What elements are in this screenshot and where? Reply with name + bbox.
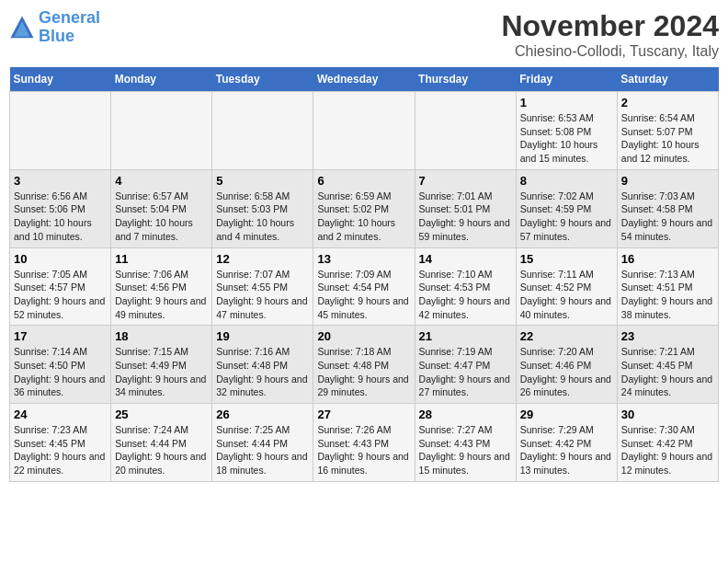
calendar-cell: 13Sunrise: 7:09 AM Sunset: 4:54 PM Dayli… — [313, 247, 415, 326]
day-info: Sunrise: 7:25 AM Sunset: 4:44 PM Dayligh… — [216, 423, 309, 477]
calendar-cell: 24Sunrise: 7:23 AM Sunset: 4:45 PM Dayli… — [10, 404, 111, 482]
day-info: Sunrise: 7:11 AM Sunset: 4:52 PM Dayligh… — [520, 268, 613, 322]
day-number: 5 — [216, 174, 309, 188]
day-number: 9 — [621, 174, 714, 188]
day-number: 22 — [520, 329, 613, 343]
calendar-cell: 23Sunrise: 7:21 AM Sunset: 4:45 PM Dayli… — [617, 326, 718, 404]
calendar-cell: 11Sunrise: 7:06 AM Sunset: 4:56 PM Dayli… — [111, 247, 212, 326]
day-info: Sunrise: 7:05 AM Sunset: 4:57 PM Dayligh… — [14, 268, 107, 322]
day-info: Sunrise: 7:14 AM Sunset: 4:50 PM Dayligh… — [14, 345, 107, 399]
calendar-week-row: 1Sunrise: 6:53 AM Sunset: 5:08 PM Daylig… — [10, 92, 719, 170]
header-day-sunday: Sunday — [10, 67, 111, 92]
day-info: Sunrise: 7:16 AM Sunset: 4:48 PM Dayligh… — [216, 345, 309, 399]
day-number: 13 — [317, 252, 410, 266]
logo-line1: General — [39, 8, 100, 27]
calendar-cell — [313, 92, 415, 170]
calendar-cell: 14Sunrise: 7:10 AM Sunset: 4:53 PM Dayli… — [415, 247, 516, 326]
calendar-cell: 18Sunrise: 7:15 AM Sunset: 4:49 PM Dayli… — [111, 326, 212, 404]
day-info: Sunrise: 7:15 AM Sunset: 4:49 PM Dayligh… — [115, 345, 208, 399]
header-day-monday: Monday — [111, 67, 212, 92]
day-info: Sunrise: 7:10 AM Sunset: 4:53 PM Dayligh… — [419, 268, 512, 322]
day-info: Sunrise: 7:03 AM Sunset: 4:58 PM Dayligh… — [621, 190, 714, 244]
calendar-cell: 30Sunrise: 7:30 AM Sunset: 4:42 PM Dayli… — [617, 404, 718, 482]
calendar-week-row: 17Sunrise: 7:14 AM Sunset: 4:50 PM Dayli… — [10, 326, 719, 404]
day-info: Sunrise: 7:21 AM Sunset: 4:45 PM Dayligh… — [621, 345, 714, 399]
day-number: 2 — [621, 96, 714, 109]
calendar-cell: 7Sunrise: 7:01 AM Sunset: 5:01 PM Daylig… — [415, 169, 516, 247]
calendar-week-row: 3Sunrise: 6:56 AM Sunset: 5:06 PM Daylig… — [10, 169, 719, 247]
day-info: Sunrise: 6:58 AM Sunset: 5:03 PM Dayligh… — [216, 190, 309, 244]
calendar-cell: 25Sunrise: 7:24 AM Sunset: 4:44 PM Dayli… — [111, 404, 212, 482]
day-number: 14 — [419, 252, 512, 266]
day-info: Sunrise: 7:24 AM Sunset: 4:44 PM Dayligh… — [115, 423, 208, 477]
calendar-cell: 27Sunrise: 7:26 AM Sunset: 4:43 PM Dayli… — [313, 404, 415, 482]
day-info: Sunrise: 7:29 AM Sunset: 4:42 PM Dayligh… — [520, 423, 613, 477]
calendar-cell: 29Sunrise: 7:29 AM Sunset: 4:42 PM Dayli… — [516, 404, 617, 482]
day-info: Sunrise: 7:23 AM Sunset: 4:45 PM Dayligh… — [14, 423, 107, 477]
calendar-table: SundayMondayTuesdayWednesdayThursdayFrid… — [9, 67, 719, 482]
day-info: Sunrise: 7:13 AM Sunset: 4:51 PM Dayligh… — [621, 268, 714, 322]
logo-icon — [9, 15, 35, 40]
day-number: 29 — [520, 408, 613, 421]
main-title: November 2024 — [501, 9, 719, 43]
day-number: 16 — [621, 252, 714, 266]
day-number: 28 — [419, 408, 512, 421]
calendar-cell: 19Sunrise: 7:16 AM Sunset: 4:48 PM Dayli… — [212, 326, 313, 404]
day-info: Sunrise: 7:01 AM Sunset: 5:01 PM Dayligh… — [419, 190, 512, 244]
day-info: Sunrise: 7:07 AM Sunset: 4:55 PM Dayligh… — [216, 268, 309, 322]
day-number: 8 — [520, 174, 613, 188]
day-number: 15 — [520, 252, 613, 266]
calendar-cell — [111, 92, 212, 170]
day-number: 30 — [621, 408, 714, 421]
day-number: 17 — [14, 329, 107, 343]
day-number: 24 — [14, 408, 107, 421]
header-day-friday: Friday — [516, 67, 617, 92]
logo-line2: Blue — [39, 27, 74, 45]
day-number: 4 — [115, 174, 208, 188]
title-block: November 2024 Chiesino-Collodi, Tuscany,… — [501, 9, 719, 60]
calendar-cell: 3Sunrise: 6:56 AM Sunset: 5:06 PM Daylig… — [10, 169, 111, 247]
calendar-cell: 16Sunrise: 7:13 AM Sunset: 4:51 PM Dayli… — [617, 247, 718, 326]
calendar-cell: 21Sunrise: 7:19 AM Sunset: 4:47 PM Dayli… — [415, 326, 516, 404]
day-info: Sunrise: 6:59 AM Sunset: 5:02 PM Dayligh… — [317, 190, 410, 244]
day-number: 19 — [216, 329, 309, 343]
calendar-cell: 12Sunrise: 7:07 AM Sunset: 4:55 PM Dayli… — [212, 247, 313, 326]
day-number: 6 — [317, 174, 410, 188]
day-number: 7 — [419, 174, 512, 188]
day-number: 1 — [520, 96, 613, 109]
calendar-cell: 26Sunrise: 7:25 AM Sunset: 4:44 PM Dayli… — [212, 404, 313, 482]
calendar-cell: 17Sunrise: 7:14 AM Sunset: 4:50 PM Dayli… — [10, 326, 111, 404]
calendar-header-row: SundayMondayTuesdayWednesdayThursdayFrid… — [10, 67, 719, 92]
calendar-cell: 1Sunrise: 6:53 AM Sunset: 5:08 PM Daylig… — [516, 92, 617, 170]
logo-text: General Blue — [39, 9, 100, 46]
calendar-week-row: 24Sunrise: 7:23 AM Sunset: 4:45 PM Dayli… — [10, 404, 719, 482]
calendar-cell — [10, 92, 111, 170]
calendar-cell: 10Sunrise: 7:05 AM Sunset: 4:57 PM Dayli… — [10, 247, 111, 326]
day-info: Sunrise: 6:54 AM Sunset: 5:07 PM Dayligh… — [621, 111, 714, 166]
day-info: Sunrise: 7:09 AM Sunset: 4:54 PM Dayligh… — [317, 268, 410, 322]
day-info: Sunrise: 7:27 AM Sunset: 4:43 PM Dayligh… — [419, 423, 512, 477]
calendar-cell: 6Sunrise: 6:59 AM Sunset: 5:02 PM Daylig… — [313, 169, 415, 247]
day-number: 18 — [115, 329, 208, 343]
calendar-cell: 15Sunrise: 7:11 AM Sunset: 4:52 PM Dayli… — [516, 247, 617, 326]
header-day-thursday: Thursday — [415, 67, 516, 92]
day-info: Sunrise: 7:26 AM Sunset: 4:43 PM Dayligh… — [317, 423, 410, 477]
calendar-cell: 5Sunrise: 6:58 AM Sunset: 5:03 PM Daylig… — [212, 169, 313, 247]
day-number: 26 — [216, 408, 309, 421]
header-day-tuesday: Tuesday — [212, 67, 313, 92]
day-number: 12 — [216, 252, 309, 266]
day-number: 11 — [115, 252, 208, 266]
header-day-saturday: Saturday — [617, 67, 718, 92]
day-info: Sunrise: 7:02 AM Sunset: 4:59 PM Dayligh… — [520, 190, 613, 244]
calendar-cell — [415, 92, 516, 170]
day-info: Sunrise: 7:30 AM Sunset: 4:42 PM Dayligh… — [621, 423, 714, 477]
calendar-cell: 9Sunrise: 7:03 AM Sunset: 4:58 PM Daylig… — [617, 169, 718, 247]
calendar-cell: 8Sunrise: 7:02 AM Sunset: 4:59 PM Daylig… — [516, 169, 617, 247]
calendar-cell: 22Sunrise: 7:20 AM Sunset: 4:46 PM Dayli… — [516, 326, 617, 404]
day-number: 21 — [419, 329, 512, 343]
day-number: 20 — [317, 329, 410, 343]
header-day-wednesday: Wednesday — [313, 67, 415, 92]
header: General Blue November 2024 Chiesino-Coll… — [9, 9, 719, 60]
day-info: Sunrise: 7:18 AM Sunset: 4:48 PM Dayligh… — [317, 345, 410, 399]
day-number: 3 — [14, 174, 107, 188]
